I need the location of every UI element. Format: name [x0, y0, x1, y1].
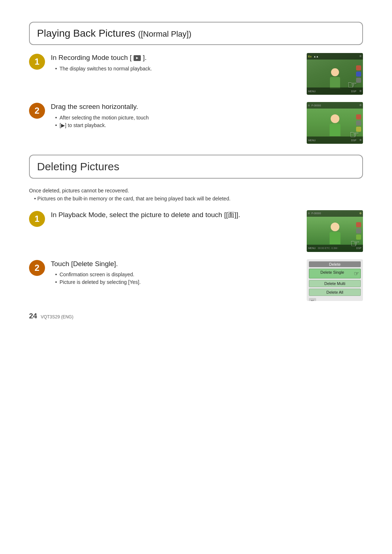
delete-all-option: Delete All	[309, 289, 361, 296]
page-code: VQT3S29 (ENG)	[41, 314, 73, 319]
delete-step2-bullets: Confirmation screen is displayed. Pictur…	[51, 271, 301, 286]
trash-icon: 面	[228, 211, 234, 219]
playback-icon: ▶	[134, 55, 141, 61]
delete-step1-left: 1 In Playback Mode, select the picture t…	[29, 210, 301, 227]
page-number-area: 24 VQT3S29 (ENG)	[29, 312, 363, 320]
playback-step1-bullet1: The display switches to normal playback.	[55, 65, 301, 73]
playback-step1-bullets: The display switches to normal playback.	[51, 65, 301, 73]
step1-number: 1	[29, 54, 45, 70]
deleting-section-box: Deleting Pictures	[29, 155, 363, 179]
person-silhouette-2	[330, 114, 340, 136]
touch-hand-icon-4: ☞	[354, 270, 359, 277]
delete-step1-title: In Playback Mode, select the picture to …	[51, 210, 301, 220]
playback-camera-image-2: 8 P-00000 ⚙ MENU DSP ⚙ ☞	[307, 102, 363, 144]
deleting-note-main: Once deleted, pictures cannot be recover…	[29, 187, 363, 195]
playback-step2-content: Drag the screen horizontally. After sele…	[51, 102, 301, 129]
delete-step2-content: Touch [Delete Single]. Confirmation scre…	[51, 259, 301, 286]
playback-step2-row: 2 Drag the screen horizontally. After se…	[29, 102, 363, 144]
playback-step2-title: Drag the screen horizontally.	[51, 102, 301, 112]
playing-back-title: Playing Back Pictures ([Normal Play])	[37, 28, 191, 39]
touch-hand-icon-2: ☞	[350, 128, 359, 141]
deleting-pictures-section: Deleting Pictures Once deleted, pictures…	[29, 155, 363, 301]
delete-step2-bullet1: Confirmation screen is displayed.	[55, 271, 301, 278]
person-silhouette	[330, 68, 340, 89]
playing-back-subtitle: ([Normal Play])	[138, 29, 192, 38]
delete-step2-bullet2: Picture is deleted by selecting [Yes].	[55, 278, 301, 286]
delete-multi-option: Delete Multi	[309, 280, 361, 287]
playback-step2-bullet2: [▶] to start playback.	[55, 122, 301, 129]
delete-step1-number: 1	[29, 211, 45, 227]
delete-step2-title: Touch [Delete Single].	[51, 259, 301, 269]
playback-camera-image-1: E± ▲▲ ⚙ MENU DSP ⚙ ☞	[307, 53, 363, 95]
delete-step2-left: 2 Touch [Delete Single]. Confirmation sc…	[29, 259, 301, 286]
delete-step2-number: 2	[29, 260, 45, 276]
delete-camera-image-1: 8 P-00000 ⚙ MENU 00:00 ETC. 0.3M↑ DSP	[307, 210, 363, 252]
step2-number: 2	[29, 103, 45, 119]
deleting-title: Deleting Pictures	[37, 160, 119, 172]
playing-back-title-text: Playing Back Pictures	[37, 28, 135, 39]
camera2-top-bar: 8 P-00000 ⚙	[307, 102, 363, 109]
delete-menu-screenshot: Delete Delete Single ☞ Delete Multi Dele…	[307, 259, 363, 301]
playback-step1-row: 1 In Recording Mode touch [ ▶ ]. The dis…	[29, 53, 363, 95]
delete-back-button: ↩	[309, 298, 316, 301]
deleting-note-bullet: • Pictures on the built-in memory or the…	[29, 195, 363, 203]
playback-step2-bullets: After selecting the motion picture, touc…	[51, 114, 301, 129]
playback-step1-left: 1 In Recording Mode touch [ ▶ ]. The dis…	[29, 53, 301, 73]
person-silhouette-3	[330, 223, 340, 244]
camera-top-bar: E± ▲▲ ⚙	[307, 53, 363, 60]
playback-step1-content: In Recording Mode touch [ ▶ ]. The displ…	[51, 53, 301, 73]
delete-step1-row: 1 In Playback Mode, select the picture t…	[29, 210, 363, 252]
delete-single-option: Delete Single ☞	[309, 269, 361, 278]
playback-step1-title: In Recording Mode touch [ ▶ ].	[51, 53, 301, 63]
delete-step2-row: 2 Touch [Delete Single]. Confirmation sc…	[29, 259, 363, 301]
deleting-notes: Once deleted, pictures cannot be recover…	[29, 187, 363, 203]
playing-back-section-box: Playing Back Pictures ([Normal Play])	[29, 22, 363, 45]
delete-menu-title: Delete	[309, 261, 361, 267]
touch-hand-icon-3: ☞	[350, 237, 360, 250]
touch-hand-icon-1: ☞	[347, 78, 357, 91]
page-number: 24	[29, 312, 37, 320]
delete-camera-top-bar: 8 P-00000 ⚙	[307, 210, 363, 217]
playback-step2-bullet1: After selecting the motion picture, touc…	[55, 114, 301, 122]
delete-step1-content: In Playback Mode, select the picture to …	[51, 210, 301, 220]
playback-step2-left: 2 Drag the screen horizontally. After se…	[29, 102, 301, 129]
